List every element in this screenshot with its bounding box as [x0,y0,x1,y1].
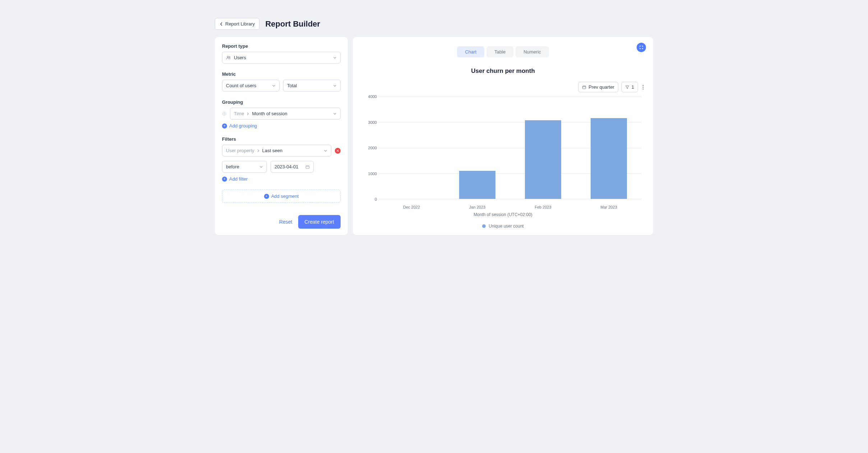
expand-button[interactable] [637,43,646,52]
bar-slot [379,97,444,199]
filter-date-input[interactable]: 2023-04-01 [271,161,314,173]
legend: Unique user count [361,224,645,229]
header: Report Library Report Builder [215,18,653,30]
remove-filter-button[interactable] [335,148,341,154]
metric-select[interactable]: Count of users [222,80,280,92]
chart-area: 01000200030004000 [379,97,642,204]
x-tick: Dec 2022 [379,204,444,209]
chart-controls: Prev quarter 1 [361,82,645,92]
bar-slot [444,97,510,199]
y-tick: 0 [375,197,377,201]
chart-title: User churn per month [361,67,645,75]
grouping-select[interactable]: Time Month of session [230,108,341,120]
section-report-type: Report type Users [222,43,341,64]
y-tick: 4000 [368,94,377,99]
grid-line [379,199,642,199]
users-icon [226,55,231,60]
y-tick: 1000 [368,172,377,176]
back-button-label: Report Library [225,21,255,27]
kebab-icon [642,85,644,90]
add-segment-label: Add segment [271,193,299,199]
plus-icon: + [264,194,269,199]
chevron-down-icon [333,56,337,60]
page-title: Report Builder [265,19,320,29]
chevron-down-icon [333,112,337,116]
expand-icon [639,45,643,50]
filter-property-select[interactable]: User property Last seen [222,145,331,157]
svg-point-0 [227,56,228,57]
add-grouping-button[interactable]: + Add grouping [222,123,341,129]
x-tick: Feb 2023 [510,204,576,209]
report-type-select[interactable]: Users [222,52,341,64]
x-tick: Mar 2023 [576,204,642,209]
add-filter-label: Add filter [229,176,248,182]
calendar-icon [305,165,310,169]
filter-count: 1 [632,84,634,90]
chevron-down-icon [259,165,263,169]
back-button[interactable]: Report Library [215,18,259,30]
chart-panel: Chart Table Numeric User churn per month… [353,37,653,235]
bar[interactable] [591,118,627,199]
create-report-button[interactable]: Create report [298,215,341,229]
tab-chart[interactable]: Chart [457,46,484,57]
view-tabs: Chart Table Numeric [361,46,645,57]
date-range-label: Prev quarter [588,84,614,90]
section-metric: Metric Count of users Total [222,71,341,92]
chevron-right-icon [257,149,259,152]
close-icon [336,149,339,152]
footer-actions: Reset Create report [222,208,341,229]
bar[interactable] [525,120,561,199]
more-menu-button[interactable] [641,83,645,91]
bar-slot [576,97,642,199]
grouping-prefix: Time [234,111,244,116]
svg-rect-9 [583,86,586,89]
builder-panel: Report type Users Metric Count of users [215,37,348,235]
chevron-down-icon [272,84,276,88]
bar[interactable] [459,171,495,199]
filter-operator-value: before [226,164,239,169]
filter-chip[interactable]: 1 [621,82,638,92]
legend-label: Unique user count [489,224,523,229]
metric-agg-value: Total [287,83,297,88]
filter-operator-select[interactable]: before [222,161,267,173]
plus-icon: + [222,123,227,129]
svg-point-14 [643,87,644,88]
reset-button[interactable]: Reset [279,219,292,225]
chevron-right-icon [247,112,249,115]
svg-rect-5 [306,165,309,168]
section-grouping: Grouping Time Month of session [222,99,341,129]
plot [379,97,642,199]
tab-table[interactable]: Table [486,46,513,57]
drag-handle-icon[interactable] [222,112,226,116]
add-filter-button[interactable]: + Add filter [222,176,341,182]
filter-date-value: 2023-04-01 [274,164,299,169]
svg-point-13 [643,85,644,86]
tab-numeric[interactable]: Numeric [516,46,549,57]
y-tick: 3000 [368,120,377,125]
section-filters: Filters User property Last seen [222,136,341,182]
filter-property-value: Last seen [262,148,282,153]
report-type-label: Report type [222,43,341,49]
y-tick: 2000 [368,146,377,150]
y-axis: 01000200030004000 [363,97,377,199]
calendar-icon [582,85,586,89]
add-grouping-label: Add grouping [229,123,257,129]
grouping-value: Month of session [252,111,287,116]
plus-icon: + [222,177,227,182]
report-type-value: Users [234,55,246,60]
svg-point-1 [229,56,230,57]
bar-slot [510,97,576,199]
date-range-chip[interactable]: Prev quarter [578,82,618,92]
x-axis: Dec 2022Jan 2023Feb 2023Mar 2023 [379,204,642,209]
filters-label: Filters [222,136,341,142]
x-tick: Jan 2023 [444,204,510,209]
legend-dot [482,224,486,228]
metric-value: Count of users [226,83,257,88]
chevron-left-icon [220,22,223,26]
grouping-label: Grouping [222,99,341,105]
metric-agg-select[interactable]: Total [283,80,341,92]
svg-point-15 [643,88,644,89]
metric-label: Metric [222,71,341,77]
chevron-down-icon [324,149,327,153]
add-segment-button[interactable]: + Add segment [222,190,341,203]
